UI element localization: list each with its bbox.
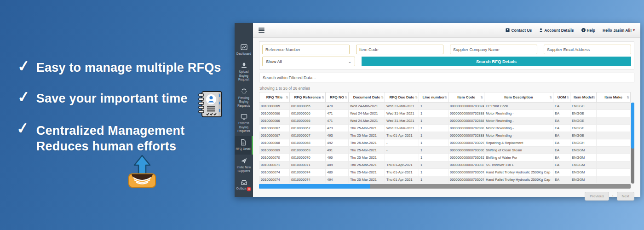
table-row[interactable]: 00100000680010000068492Thu 25-Mar-2021-1… — [259, 139, 631, 147]
filter-panel: Show All ⌄ Search RFQ Details — [259, 41, 634, 69]
table-row[interactable]: 00100000700010000070490Thu 25-Mar-2021-1… — [259, 154, 631, 161]
column-header[interactable]: Document Date⇅ — [349, 92, 385, 103]
rfq-table-zone: RFQ Title⇅RFQ Reference⇅RFQ NO⇅Document … — [259, 92, 634, 184]
table-cell — [597, 117, 631, 125]
column-label: Item Description — [504, 95, 533, 99]
sidebar-item-rfq-detail[interactable]: RFQ Detail — [235, 136, 253, 154]
table-row[interactable]: 00100000740010000074480Thu 25-Mar-2021Th… — [259, 169, 631, 176]
sidebar-item-dashboard[interactable]: Dashboard — [235, 41, 253, 59]
table-cell: Thu 25-Mar-2021 — [349, 169, 385, 176]
sort-icon[interactable]: ⇅ — [445, 96, 447, 99]
column-header[interactable]: Item Description⇅ — [484, 92, 553, 103]
table-cell: 000000000000703031 — [448, 154, 484, 161]
sidebar-item-upload-buying-request[interactable]: Upload Buying Request — [235, 59, 253, 85]
sidebar-item-outbox[interactable]: Outbox 0 — [235, 177, 253, 195]
table-cell: 473 — [326, 125, 349, 132]
table-cell: Wed 31-Mar-2021 — [385, 103, 419, 110]
table-cell — [597, 161, 631, 169]
table-row[interactable]: 00100000710010000071489Thu 25-Mar-2021Th… — [259, 161, 631, 169]
column-header[interactable]: RFQ Title⇅ — [259, 92, 290, 103]
column-header[interactable]: UOM⇅ — [553, 92, 570, 103]
item-code-input[interactable] — [356, 45, 443, 54]
table-row[interactable]: 00100000690010000069491Thu 25-Mar-2021-1… — [259, 147, 631, 154]
hamburger-menu-icon[interactable] — [259, 28, 264, 33]
table-cell: ENGGE — [570, 132, 597, 139]
user-menu[interactable]: Hello Jasim Ali! ▾ — [603, 28, 635, 33]
sort-icon[interactable]: ⇅ — [481, 96, 483, 99]
table-cell: 489 — [326, 161, 349, 169]
sidebar-item-pending-buying-requests[interactable]: Pending Buying Requests — [235, 85, 253, 111]
column-header[interactable]: Item Make⇅ — [597, 92, 631, 103]
sort-icon[interactable]: ⇅ — [627, 96, 629, 99]
contact-us-link[interactable]: Contact Us — [506, 28, 532, 33]
sort-icon[interactable]: ⇅ — [415, 96, 418, 99]
account-details-link[interactable]: Account Details — [539, 28, 574, 33]
status-select[interactable]: Show All ⌄ — [262, 57, 355, 66]
sort-icon[interactable]: ⇅ — [567, 96, 569, 99]
column-label: Item Code — [457, 95, 475, 99]
table-row[interactable]: 00100000660010000066471Wed 24-Mar-2021We… — [259, 110, 631, 117]
outbox-tray-icon — [125, 154, 159, 191]
table-cell: ENGGE — [570, 125, 597, 132]
table-cell: 0010000071 — [259, 161, 290, 169]
table-cell: CP Pillar Cock — [484, 103, 553, 110]
table-cell: 0010000066 — [259, 117, 290, 125]
sort-icon[interactable]: ⇅ — [286, 96, 288, 99]
previous-page-button[interactable]: Previous — [585, 192, 609, 201]
promo-canvas: ✓ Easy to manage multiple RFQs ✓ Save yo… — [0, 0, 644, 230]
table-row[interactable]: 00100000740010000074494Thu 25-Mar-2021Th… — [259, 176, 631, 184]
table-cell: Motor Rewinding - — [484, 125, 553, 132]
sidebar-item-invite-new-suppliers[interactable]: Invite New Suppliers — [235, 155, 253, 177]
column-header[interactable]: Line number⇅ — [419, 92, 448, 103]
column-header[interactable]: RFQ Due Date⇅ — [385, 92, 419, 103]
table-cell: 0010000068 — [259, 139, 290, 147]
table-cell: - — [385, 139, 419, 147]
table-cell: Thu 25-Mar-2021 — [349, 176, 385, 184]
sort-icon[interactable]: ⇅ — [550, 96, 552, 99]
table-cell: 1 — [419, 125, 448, 132]
table-cell — [597, 103, 631, 110]
column-header[interactable]: RFQ Reference⇅ — [290, 92, 326, 103]
chart-line-icon — [241, 44, 247, 51]
column-header[interactable]: Item Model⇅ — [570, 92, 597, 103]
sort-icon[interactable]: ⇅ — [593, 96, 595, 99]
table-cell: 1 — [419, 117, 448, 125]
table-cell: Thu 01-Apr-2021 — [385, 161, 419, 169]
table-cell: 0010000070 — [290, 154, 326, 161]
vertical-scrollbar-thumb[interactable] — [631, 103, 634, 149]
horizontal-scrollbar[interactable] — [259, 184, 631, 189]
column-label: UOM — [558, 95, 566, 99]
table-cell: Thu 01-Apr-2021 — [385, 132, 419, 139]
sort-icon[interactable]: ⇅ — [345, 96, 347, 99]
sidebar-item-process-buying-requests[interactable]: Process Buying Requests — [235, 111, 253, 136]
table-cell: 000000000000703030 — [448, 147, 484, 154]
search-rfq-details-button[interactable]: Search RFQ Details — [362, 57, 631, 66]
sort-icon[interactable]: ⇅ — [322, 96, 324, 99]
table-row[interactable]: 00100000660010000066471Wed 24-Mar-2021We… — [259, 117, 631, 125]
table-row[interactable]: 00100000650010000065470Wed 24-Mar-2021We… — [259, 103, 631, 110]
table-cell: ENGGM — [570, 147, 597, 154]
table-cell: 1 — [419, 110, 448, 117]
reference-number-input[interactable] — [262, 45, 350, 54]
table-row[interactable]: 00100000670010000067473Thu 25-Mar-2021We… — [259, 125, 631, 132]
vertical-scrollbar[interactable] — [631, 103, 634, 184]
table-cell — [597, 154, 631, 161]
supplier-company-input[interactable] — [450, 45, 537, 54]
column-header[interactable]: Item Code⇅ — [448, 92, 484, 103]
filtered-data-search-input[interactable] — [259, 73, 634, 82]
column-header[interactable]: RFQ NO⇅ — [326, 92, 349, 103]
table-cell: EA — [553, 125, 570, 132]
table-cell: EA — [553, 176, 570, 184]
next-page-button[interactable]: Next — [617, 192, 634, 201]
horizontal-scrollbar-thumb[interactable] — [259, 184, 370, 189]
inbox-icon — [241, 179, 247, 185]
supplier-email-input[interactable] — [544, 45, 631, 54]
table-cell: Shifting of Clean Steam — [484, 147, 553, 154]
table-row[interactable]: 00100000670010000067493Thu 25-Mar-2021Th… — [259, 132, 631, 139]
sort-icon[interactable]: ⇅ — [381, 96, 384, 99]
table-cell: SS Triclover 316 L — [484, 161, 553, 169]
table-cell: EA — [553, 169, 570, 176]
column-label: Item Model — [574, 95, 593, 99]
help-link[interactable]: i Help — [581, 28, 595, 33]
promo-bullet-1: ✓ Easy to manage multiple RFQs — [17, 61, 221, 75]
